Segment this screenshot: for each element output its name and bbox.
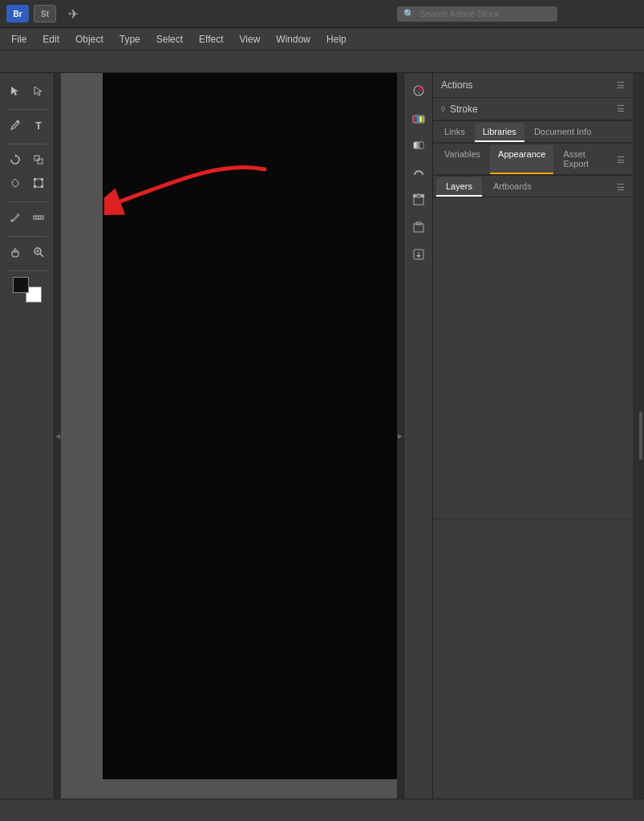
tool-group-selection [4,79,50,102]
rotate-tool[interactable] [4,148,26,171]
tab-layers[interactable]: Layers [436,177,482,197]
svg-rect-23 [422,116,423,122]
menu-select[interactable]: Select [148,30,191,48]
layers-content [433,197,633,518]
selection-tool[interactable] [4,79,26,102]
menu-effect[interactable]: Effect [191,30,231,48]
svg-marker-1 [15,154,17,157]
right-collapse-handle[interactable]: ▶ [397,73,403,799]
hand-tool[interactable] [4,241,26,263]
svg-rect-22 [419,116,422,122]
svg-rect-3 [38,159,43,164]
layers-menu-icon[interactable]: ☰ [612,182,630,193]
secondary-toolbar [0,51,644,73]
panel-icon-transform[interactable] [407,189,430,211]
titlebar: Br St ✈ 🔍 [0,0,644,28]
warp-tool[interactable] [4,172,26,194]
tool-group-transform [4,148,50,194]
fill-swatch[interactable] [13,277,29,293]
panel-icon-artboards[interactable] [407,216,430,238]
search-input[interactable] [419,9,551,18]
left-toolbar: T [0,73,55,799]
menu-view[interactable]: View [232,30,269,48]
menu-window[interactable]: Window [268,30,318,48]
panel-icon-color[interactable] [407,79,430,102]
stroke-menu-icon[interactable]: ☰ [617,104,625,114]
search-icon: 🔍 [403,9,415,19]
svg-line-14 [40,254,43,257]
panel-icons-strip [403,73,432,799]
appearance-menu-icon[interactable]: ☰ [612,155,630,165]
menu-help[interactable]: Help [318,30,354,48]
tool-separator-4 [7,236,47,237]
stroke-title: Stroke [450,104,478,115]
tab-artboards[interactable]: Artboards [484,177,541,197]
menu-edit[interactable]: Edit [34,30,67,48]
actions-section: Actions ☰ [433,73,633,98]
layers-section: Layers Artboards ☰ [433,176,633,519]
svg-rect-20 [414,116,416,122]
actions-header: Actions ☰ [433,73,633,97]
svg-point-0 [17,120,19,123]
canvas [103,73,403,779]
tool-group-draw: T [4,114,50,136]
color-swatches [13,275,42,304]
menu-object[interactable]: Object [67,30,111,48]
pen-tool[interactable] [4,114,26,136]
tab-document-info[interactable]: Document Info [526,123,600,142]
subtab-variables[interactable]: Variables [436,145,488,174]
panel-icon-asset-export[interactable] [407,243,430,266]
panel-icon-stroke[interactable] [407,161,430,184]
measure-tool[interactable] [27,206,50,229]
actions-menu-icon[interactable]: ☰ [617,80,625,91]
tool-group-view [4,241,50,263]
tool-separator-3 [7,201,47,202]
tool-separator-5 [7,270,47,271]
panel-icon-swatches[interactable] [407,107,430,129]
svg-rect-5 [34,178,36,181]
cloud-icon[interactable]: ✈ [64,5,82,22]
stroke-diamond: ◊ [441,104,445,113]
eyedropper-tool[interactable] [4,206,26,229]
stroke-section: ◊ Stroke ☰ [433,98,633,121]
libraries-section: Links Libraries Document Info [433,121,633,144]
subtabs-row: Variables Appearance Asset Export ☰ [433,144,633,175]
menu-type[interactable]: Type [111,30,148,48]
right-scrollbar[interactable] [639,412,642,460]
right-edge [633,73,644,799]
layers-tabs-row: Layers Artboards ☰ [433,176,633,197]
tab-links[interactable]: Links [436,123,473,142]
svg-rect-6 [41,178,43,181]
search-bar[interactable]: 🔍 [397,6,557,22]
stroke-header: ◊ Stroke ☰ [433,98,633,120]
tab-libraries[interactable]: Libraries [475,123,525,142]
right-panel: Actions ☰ ◊ Stroke ☰ Links Libraries Doc… [432,73,633,799]
zoom-tool[interactable] [27,241,50,263]
tool-separator-2 [7,144,47,144]
free-transform-tool[interactable] [27,172,50,194]
actions-title: Actions [441,79,472,91]
svg-rect-26 [413,194,416,197]
svg-rect-24 [414,142,423,148]
svg-rect-7 [34,185,36,188]
menu-file[interactable]: File [3,30,34,48]
subtab-asset-export[interactable]: Asset Export [555,145,609,174]
left-collapse-handle[interactable]: ◀ [55,73,61,799]
svg-rect-21 [416,116,419,122]
bridge-icon[interactable]: Br [6,5,29,22]
direct-selection-tool[interactable] [27,79,50,102]
svg-rect-2 [34,156,39,161]
statusbar [0,799,644,821]
svg-rect-28 [421,194,424,197]
scale-tool[interactable] [27,148,50,171]
main-layout: T [0,73,644,799]
panel-icon-gradients[interactable] [407,134,430,156]
svg-marker-33 [416,255,421,258]
subtab-appearance[interactable]: Appearance [490,145,553,174]
appearance-section: Variables Appearance Asset Export ☰ [433,144,633,176]
type-tool[interactable]: T [27,114,50,136]
canvas-area: ◀ ▶ [55,73,403,799]
stock-icon[interactable]: St [34,5,56,22]
libraries-tabs-row: Links Libraries Document Info [433,121,633,143]
svg-rect-8 [41,185,43,188]
